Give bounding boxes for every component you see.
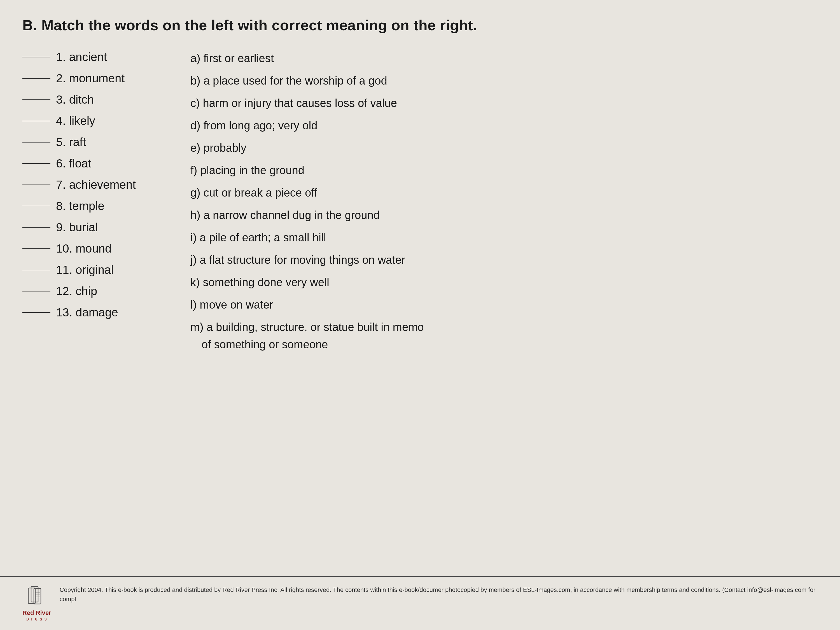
word-label: 5. raft [56, 136, 86, 149]
right-column: a) first or earliestb) a place used for … [190, 51, 818, 359]
section-title: B. Match the words on the left with corr… [22, 17, 818, 33]
answer-blank[interactable] [22, 78, 51, 79]
meaning-item: m) a building, structure, or statue buil… [190, 319, 818, 335]
answer-blank[interactable] [22, 270, 51, 270]
left-column: 1. ancient2. monument3. ditch4. likely5.… [22, 51, 168, 359]
word-label: 10. mound [56, 242, 111, 255]
footer: Red River p r e s s Copyright 2004. This… [0, 576, 840, 630]
meaning-item: c) harm or injury that causes loss of va… [190, 95, 818, 111]
word-label: 7. achievement [56, 178, 136, 191]
word-item: 13. damage [22, 306, 168, 319]
meaning-item: d) from long ago; very old [190, 118, 818, 133]
word-label: 6. float [56, 157, 91, 170]
word-item: 1. ancient [22, 51, 168, 64]
answer-blank[interactable] [22, 248, 51, 249]
copyright-text: Copyright 2004. This e-book is produced … [60, 585, 818, 604]
word-item: 2. monument [22, 72, 168, 85]
meaning-item: f) placing in the ground [190, 163, 818, 178]
answer-blank[interactable] [22, 163, 51, 164]
red-river-logo-icon [27, 585, 46, 608]
word-label: 12. chip [56, 284, 97, 298]
word-item: 9. burial [22, 221, 168, 234]
word-label: 1. ancient [56, 51, 107, 64]
answer-blank[interactable] [22, 185, 51, 185]
logo-sub: p r e s s [26, 617, 47, 622]
meaning-item: i) a pile of earth; a small hill [190, 230, 818, 245]
word-item: 8. temple [22, 199, 168, 213]
answer-blank[interactable] [22, 142, 51, 142]
meaning-item: b) a place used for the worship of a god [190, 73, 818, 88]
word-label: 8. temple [56, 199, 104, 213]
word-label: 3. ditch [56, 93, 94, 106]
answer-blank[interactable] [22, 291, 51, 292]
meaning-item: h) a narrow channel dug in the ground [190, 207, 818, 223]
answer-blank[interactable] [22, 99, 51, 100]
logo-name: Red River [22, 609, 51, 617]
word-item: 5. raft [22, 136, 168, 149]
answer-blank[interactable] [22, 227, 51, 227]
meaning-continuation: of something or someone [202, 336, 818, 352]
word-item: 4. likely [22, 114, 168, 128]
footer-logo: Red River p r e s s [22, 585, 51, 622]
word-label: 9. burial [56, 221, 98, 234]
meaning-item: g) cut or break a piece off [190, 185, 818, 201]
answer-blank[interactable] [22, 312, 51, 313]
meaning-item: j) a flat structure for moving things on… [190, 252, 818, 268]
word-item: 7. achievement [22, 178, 168, 191]
page: B. Match the words on the left with corr… [0, 0, 840, 630]
meaning-item: k) something done very well [190, 275, 818, 290]
word-item: 6. float [22, 157, 168, 170]
meaning-item: a) first or earliest [190, 51, 818, 66]
meaning-item: e) probably [190, 140, 818, 156]
answer-blank[interactable] [22, 206, 51, 206]
word-item: 12. chip [22, 284, 168, 298]
word-item: 11. original [22, 263, 168, 276]
word-item: 3. ditch [22, 93, 168, 106]
answer-blank[interactable] [22, 57, 51, 57]
meaning-item: l) move on water [190, 297, 818, 313]
word-label: 13. damage [56, 306, 118, 319]
answer-blank[interactable] [22, 121, 51, 121]
content-area: 1. ancient2. monument3. ditch4. likely5.… [22, 51, 818, 359]
word-label: 11. original [56, 263, 114, 276]
word-item: 10. mound [22, 242, 168, 255]
word-label: 4. likely [56, 114, 95, 128]
word-label: 2. monument [56, 72, 125, 85]
